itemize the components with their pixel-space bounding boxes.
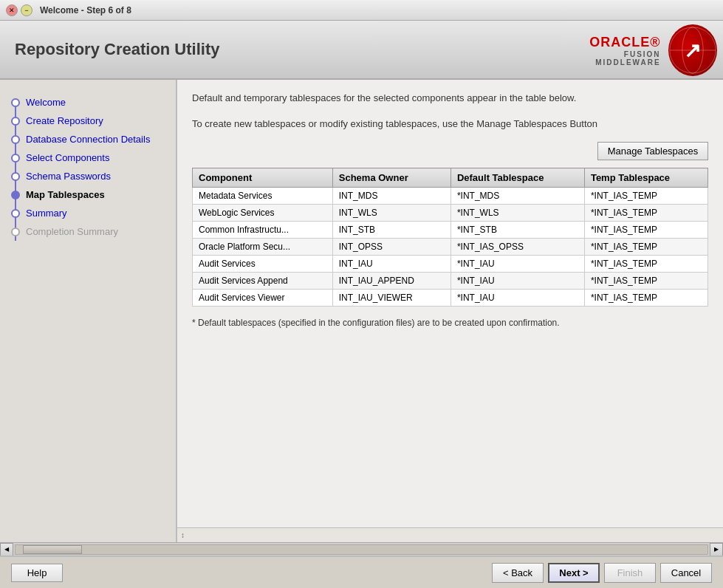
sidebar-dot-database-connection <box>11 135 20 144</box>
window-title: Welcome - Step 6 of 8 <box>40 5 131 16</box>
sidebar-dot-select-components <box>11 154 20 163</box>
table-cell-schema_owner: INT_STB <box>332 222 450 239</box>
help-button[interactable]: Help <box>11 564 63 582</box>
table-cell-temp_ts: *INT_IAS_TEMP <box>584 290 707 307</box>
table-cell-schema_owner: INT_IAU_VIEWER <box>332 290 450 307</box>
sidebar-item-completion-summary[interactable]: Completion Summary <box>0 222 176 241</box>
oracle-sub: FUSION MIDDLEWARE <box>561 50 661 66</box>
table-cell-temp_ts: *INT_IAS_TEMP <box>584 222 707 239</box>
table-cell-default_ts: *INT_MDS <box>450 188 584 205</box>
oracle-logo: ORACLE® FUSION MIDDLEWARE ↗ <box>561 21 723 80</box>
scrollbar-thumb[interactable] <box>23 545 82 554</box>
sidebar-label-welcome[interactable]: Welcome <box>26 97 66 108</box>
sidebar-label-create-repository[interactable]: Create Repository <box>26 115 103 126</box>
table-cell-schema_owner: INT_IAU <box>332 256 450 273</box>
table-cell-component: Audit Services Append <box>193 273 333 290</box>
sidebar-dot-welcome <box>11 98 20 107</box>
table-cell-default_ts: *INT_IAU <box>450 290 584 307</box>
sidebar-dot-completion-summary <box>11 228 20 236</box>
table-cell-schema_owner: INT_WLS <box>332 205 450 222</box>
table-cell-temp_ts: *INT_IAS_TEMP <box>584 239 707 256</box>
sidebar: Welcome Create Repository Database Conne… <box>0 80 177 542</box>
tablespace-table: Component Schema Owner Default Tablespac… <box>192 168 708 307</box>
table-cell-component: WebLogic Services <box>193 205 333 222</box>
table-cell-component: Common Infrastructu... <box>193 222 333 239</box>
window-controls[interactable]: ✕ − <box>6 4 32 16</box>
table-cell-temp_ts: *INT_IAS_TEMP <box>584 273 707 290</box>
sidebar-label-database-connection[interactable]: Database Connection Details <box>26 134 150 145</box>
table-cell-component: Audit Services <box>193 256 333 273</box>
sidebar-item-select-components[interactable]: Select Components <box>0 148 176 167</box>
footer-right: < Back Next > Finish Cancel <box>492 563 712 583</box>
sidebar-item-map-tablespaces[interactable]: Map Tablespaces <box>0 185 176 204</box>
col-header-default-ts: Default Tablespace <box>450 168 584 188</box>
footnote: * Default tablespaces (specified in the … <box>192 318 708 328</box>
table-cell-default_ts: *INT_IAU <box>450 273 584 290</box>
table-row[interactable]: WebLogic ServicesINT_WLS*INT_WLS*INT_IAS… <box>193 205 708 222</box>
table-cell-default_ts: *INT_STB <box>450 222 584 239</box>
sidebar-dot-summary <box>11 209 20 218</box>
table-row[interactable]: Metadata ServicesINT_MDS*INT_MDS*INT_IAS… <box>193 188 708 205</box>
horizontal-scrollbar[interactable]: ◀ ▶ <box>0 542 723 555</box>
sidebar-item-welcome[interactable]: Welcome <box>0 93 176 112</box>
table-row[interactable]: Audit Services AppendINT_IAU_APPEND*INT_… <box>193 273 708 290</box>
table-row[interactable]: Audit Services ViewerINT_IAU_VIEWER*INT_… <box>193 290 708 307</box>
manage-tablespaces-button[interactable]: Manage Tablespaces <box>597 142 708 160</box>
col-header-component: Component <box>193 168 333 188</box>
table-cell-default_ts: *INT_IAU <box>450 256 584 273</box>
oracle-name: ORACLE® <box>561 35 661 50</box>
description-line2: To create new tablespaces or modify exis… <box>192 117 708 131</box>
sidebar-item-database-connection[interactable]: Database Connection Details <box>0 130 176 148</box>
minimize-button[interactable]: − <box>21 4 32 16</box>
table-cell-temp_ts: *INT_IAS_TEMP <box>584 205 707 222</box>
sidebar-label-map-tablespaces[interactable]: Map Tablespaces <box>26 189 105 200</box>
col-header-temp-ts: Temp Tablespace <box>584 168 707 188</box>
right-panel: Default and temporary tablespaces for th… <box>177 80 723 542</box>
table-row[interactable]: Audit ServicesINT_IAU*INT_IAU*INT_IAS_TE… <box>193 256 708 273</box>
table-row[interactable]: Common Infrastructu...INT_STB*INT_STB*IN… <box>193 222 708 239</box>
scrollbar-track[interactable] <box>15 544 708 555</box>
panel-content: Default and temporary tablespaces for th… <box>177 80 723 527</box>
next-button[interactable]: Next > <box>548 563 600 583</box>
main-content: Welcome Create Repository Database Conne… <box>0 80 723 542</box>
oracle-globe-icon: ↗ <box>668 24 717 76</box>
app-title: Repository Creation Utility <box>15 40 219 59</box>
table-cell-component: Audit Services Viewer <box>193 290 333 307</box>
oracle-logo-text: ORACLE® FUSION MIDDLEWARE <box>561 35 668 66</box>
finish-button[interactable]: Finish <box>604 563 656 583</box>
scroll-indicator-text: ↕ <box>181 531 185 539</box>
close-button[interactable]: ✕ <box>6 4 18 16</box>
table-cell-component: Metadata Services <box>193 188 333 205</box>
scroll-right-button[interactable]: ▶ <box>710 543 723 556</box>
description-line1: Default and temporary tablespaces for th… <box>192 91 708 106</box>
table-cell-schema_owner: INT_OPSS <box>332 239 450 256</box>
table-cell-default_ts: *INT_IAS_OPSS <box>450 239 584 256</box>
title-bar: ✕ − Welcome - Step 6 of 8 <box>0 0 723 21</box>
table-cell-default_ts: *INT_WLS <box>450 205 584 222</box>
table-cell-temp_ts: *INT_IAS_TEMP <box>584 256 707 273</box>
table-cell-component: Oracle Platform Secu... <box>193 239 333 256</box>
cancel-button[interactable]: Cancel <box>660 563 712 583</box>
col-header-schema-owner: Schema Owner <box>332 168 450 188</box>
table-row[interactable]: Oracle Platform Secu...INT_OPSS*INT_IAS_… <box>193 239 708 256</box>
sidebar-item-summary[interactable]: Summary <box>0 204 176 222</box>
footer-left: Help <box>11 564 63 582</box>
table-cell-schema_owner: INT_IAU_APPEND <box>332 273 450 290</box>
sidebar-item-schema-passwords[interactable]: Schema Passwords <box>0 167 176 185</box>
sidebar-dot-map-tablespaces <box>11 191 20 199</box>
sidebar-dot-create-repository <box>11 117 20 126</box>
sidebar-label-completion-summary: Completion Summary <box>26 226 118 237</box>
sidebar-label-summary[interactable]: Summary <box>26 208 67 219</box>
app-header: Repository Creation Utility ORACLE® FUSI… <box>0 21 723 80</box>
globe-arrow-icon: ↗ <box>684 38 701 63</box>
sidebar-label-select-components[interactable]: Select Components <box>26 152 109 163</box>
sidebar-dot-schema-passwords <box>11 172 20 181</box>
back-button[interactable]: < Back <box>492 563 544 583</box>
table-cell-schema_owner: INT_MDS <box>332 188 450 205</box>
sidebar-item-create-repository[interactable]: Create Repository <box>0 112 176 130</box>
scroll-left-button[interactable]: ◀ <box>0 543 13 556</box>
table-cell-temp_ts: *INT_IAS_TEMP <box>584 188 707 205</box>
scroll-indicator: ↕ <box>177 527 723 542</box>
toolbar-row: Manage Tablespaces <box>192 142 708 160</box>
sidebar-label-schema-passwords[interactable]: Schema Passwords <box>26 171 111 182</box>
